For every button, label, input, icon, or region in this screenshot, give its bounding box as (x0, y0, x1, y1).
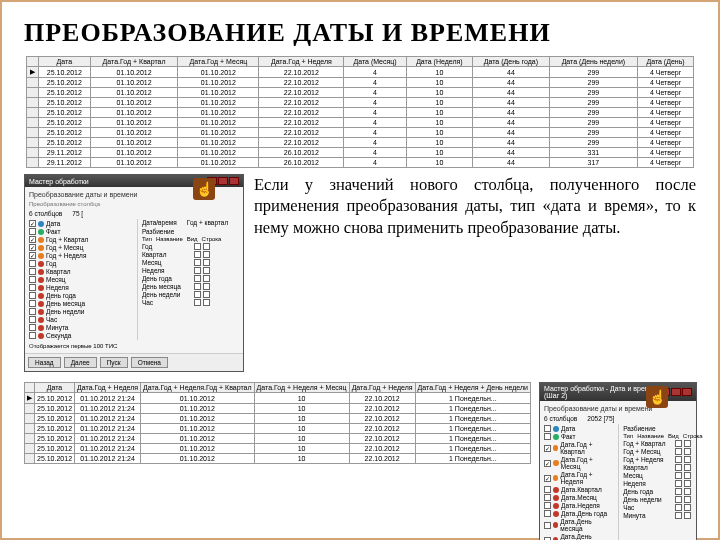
checkbox[interactable] (194, 299, 201, 306)
field-row[interactable]: Час (29, 316, 131, 323)
checkbox[interactable] (203, 275, 210, 282)
option-row[interactable]: День недели (623, 496, 692, 503)
field-row[interactable]: Дата.День недели (544, 533, 612, 540)
option-row[interactable]: Минута (623, 512, 692, 519)
dialog-titlebar[interactable]: Мастер обработки ☝ (25, 175, 243, 187)
field-row[interactable]: Дата.День месяца (544, 518, 612, 532)
field-row[interactable]: День месяца (29, 300, 131, 307)
checkbox[interactable] (29, 228, 36, 235)
checkbox[interactable] (675, 488, 682, 495)
field-row[interactable]: Дата (544, 425, 612, 432)
checkbox[interactable] (684, 448, 691, 455)
checkbox[interactable] (675, 504, 682, 511)
option-row[interactable]: Год + Квартал (623, 440, 692, 447)
checkbox[interactable] (684, 464, 691, 471)
checkbox[interactable] (544, 475, 551, 482)
checkbox[interactable] (29, 244, 36, 251)
checkbox[interactable] (29, 316, 36, 323)
checkbox[interactable] (684, 512, 691, 519)
checkbox[interactable] (194, 251, 201, 258)
checkbox[interactable] (194, 275, 201, 282)
checkbox[interactable] (675, 456, 682, 463)
checkbox[interactable] (544, 425, 551, 432)
checkbox[interactable] (194, 283, 201, 290)
checkbox[interactable] (29, 220, 36, 227)
field-row[interactable]: Факт (544, 433, 612, 440)
field-row[interactable]: Дата.Месяц (544, 494, 612, 501)
field-row[interactable]: День года (29, 292, 131, 299)
checkbox[interactable] (675, 440, 682, 447)
option-row[interactable]: Неделя (142, 267, 239, 274)
option-row[interactable]: Час (623, 504, 692, 511)
назад-button[interactable]: Назад (28, 357, 61, 368)
checkbox[interactable] (194, 291, 201, 298)
checkbox[interactable] (544, 510, 551, 517)
checkbox[interactable] (203, 251, 210, 258)
checkbox[interactable] (675, 480, 682, 487)
option-row[interactable]: Квартал (623, 464, 692, 471)
field-row[interactable]: Год + Месяц (29, 244, 131, 251)
checkbox[interactable] (684, 440, 691, 447)
checkbox[interactable] (684, 504, 691, 511)
dialog-titlebar[interactable]: Мастер обработки - Дата и время (Шаг 2) … (540, 383, 696, 401)
option-row[interactable]: Год + Неделя (623, 456, 692, 463)
checkbox[interactable] (544, 494, 551, 501)
checkbox[interactable] (544, 433, 551, 440)
checkbox[interactable] (29, 236, 36, 243)
option-row[interactable]: Час (142, 299, 239, 306)
field-row[interactable]: Год + Квартал (29, 236, 131, 243)
checkbox[interactable] (203, 267, 210, 274)
checkbox[interactable] (684, 480, 691, 487)
field-row[interactable]: Год + Неделя (29, 252, 131, 259)
checkbox[interactable] (544, 445, 551, 452)
checkbox[interactable] (29, 308, 36, 315)
checkbox[interactable] (544, 460, 551, 467)
checkbox[interactable] (675, 464, 682, 471)
checkbox[interactable] (203, 291, 210, 298)
option-row[interactable]: Неделя (623, 480, 692, 487)
field-row[interactable]: Факт (29, 228, 131, 235)
checkbox[interactable] (684, 488, 691, 495)
option-row[interactable]: Квартал (142, 251, 239, 258)
отмена-button[interactable]: Отмена (131, 357, 168, 368)
checkbox[interactable] (684, 456, 691, 463)
checkbox[interactable] (544, 522, 551, 529)
field-row[interactable]: Дата.Квартал (544, 486, 612, 493)
maximize-icon[interactable] (671, 388, 681, 396)
maximize-icon[interactable] (218, 177, 228, 185)
checkbox[interactable] (675, 448, 682, 455)
checkbox[interactable] (203, 243, 210, 250)
option-row[interactable]: Год + Месяц (623, 448, 692, 455)
checkbox[interactable] (544, 502, 551, 509)
close-icon[interactable] (682, 388, 692, 396)
checkbox[interactable] (675, 472, 682, 479)
checkbox[interactable] (203, 283, 210, 290)
checkbox[interactable] (684, 496, 691, 503)
checkbox[interactable] (203, 259, 210, 266)
close-icon[interactable] (229, 177, 239, 185)
checkbox[interactable] (29, 260, 36, 267)
checkbox[interactable] (675, 496, 682, 503)
option-row[interactable]: День года (623, 488, 692, 495)
field-row[interactable]: Дата.День года (544, 510, 612, 517)
option-row[interactable]: День месяца (142, 283, 239, 290)
checkbox[interactable] (29, 292, 36, 299)
option-row[interactable]: День года (142, 275, 239, 282)
field-row[interactable]: Дата (29, 220, 131, 227)
field-row[interactable]: Год (29, 260, 131, 267)
field-row[interactable]: Неделя (29, 284, 131, 291)
checkbox[interactable] (194, 243, 201, 250)
checkbox[interactable] (29, 252, 36, 259)
field-row[interactable]: Дата.Год + Месяц (544, 456, 612, 470)
checkbox[interactable] (29, 284, 36, 291)
option-row[interactable]: Месяц (623, 472, 692, 479)
checkbox[interactable] (675, 512, 682, 519)
checkbox[interactable] (29, 276, 36, 283)
checkbox[interactable] (29, 300, 36, 307)
option-row[interactable]: День недели (142, 291, 239, 298)
checkbox[interactable] (194, 259, 201, 266)
checkbox[interactable] (203, 299, 210, 306)
checkbox[interactable] (544, 486, 551, 493)
field-row[interactable]: День недели (29, 308, 131, 315)
checkbox[interactable] (194, 267, 201, 274)
